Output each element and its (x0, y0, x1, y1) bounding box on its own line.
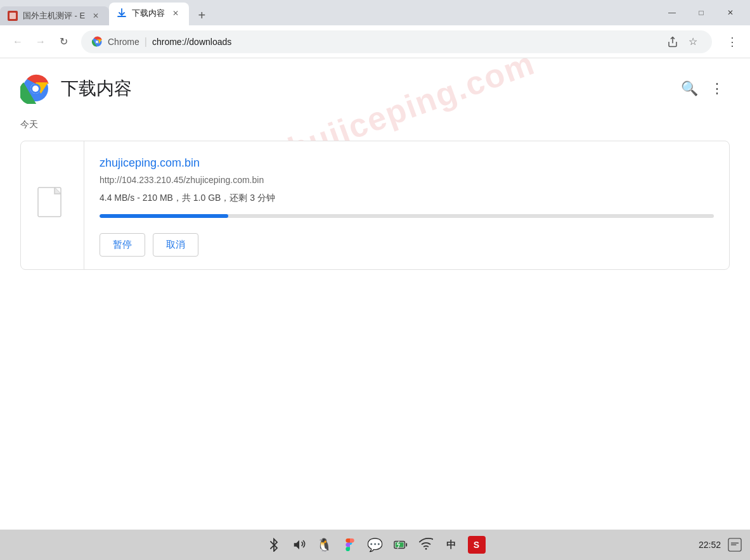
input-method-icon[interactable]: 中 (443, 536, 460, 554)
address-bar: ← → ↻ Chrome | chrome://downloads (0, 25, 750, 58)
back-button[interactable]: ← (8, 32, 28, 52)
pause-button[interactable]: 暂停 (100, 233, 145, 257)
download-url: http://104.233.210.45/zhujiceping.com.bi… (100, 175, 714, 185)
new-tab-button[interactable]: + (191, 5, 212, 25)
volume-icon[interactable] (290, 536, 308, 554)
notification-icon[interactable] (727, 537, 742, 552)
cancel-button[interactable]: 取消 (153, 233, 198, 257)
browser-menu-button[interactable]: ⋮ (722, 32, 742, 52)
taskbar-center: 🐧 💬 (265, 536, 486, 554)
bluetooth-icon[interactable] (265, 536, 283, 554)
url-separator: | (145, 36, 147, 48)
tab-active[interactable]: 下载内容 ✕ (109, 3, 189, 25)
title-bar: 国外主机测评 - E ✕ 下载内容 ✕ + — □ ✕ (0, 0, 750, 25)
progress-bar-fill (100, 214, 228, 218)
sougou-icon[interactable]: S (468, 536, 486, 554)
download-filename[interactable]: zhujiceping.com.bin (100, 156, 714, 170)
chrome-icon (91, 36, 103, 48)
page-menu-button[interactable]: ⋮ (704, 76, 730, 101)
page-header: 下载内容 🔍 ⋮ (0, 58, 750, 114)
figma-icon[interactable] (341, 536, 359, 554)
tab-inactive-favicon (8, 11, 18, 21)
share-button[interactable] (664, 33, 682, 51)
download-file-icon (21, 141, 84, 269)
wechat-icon[interactable]: 💬 (366, 536, 384, 554)
url-brand-label: Chrome (108, 37, 139, 47)
tab-inactive-title: 国外主机测评 - E (23, 10, 85, 22)
tabs-area: 国外主机测评 - E ✕ 下载内容 ✕ + (0, 0, 657, 25)
file-svg-icon (37, 186, 68, 224)
tab-active-close[interactable]: ✕ (170, 8, 181, 19)
close-button[interactable]: ✕ (716, 0, 745, 25)
progress-bar-container (100, 214, 714, 218)
url-bar[interactable]: Chrome | chrome://downloads ☆ (81, 30, 712, 53)
svg-point-2 (96, 41, 98, 43)
chrome-logo (20, 73, 51, 104)
page-title: 下载内容 (61, 77, 132, 101)
section-today-label: 今天 (0, 114, 750, 136)
taskbar-time: 22:52 (699, 540, 721, 550)
taskbar: 🐧 💬 (0, 530, 750, 560)
tab-active-favicon (117, 8, 127, 18)
refresh-button[interactable]: ↻ (53, 32, 74, 52)
download-info: zhujiceping.com.bin http://104.233.210.4… (84, 141, 729, 269)
search-icon: 🔍 (681, 80, 698, 97)
download-status: 4.4 MB/s - 210 MB，共 1.0 GB，还剩 3 分钟 (100, 193, 714, 204)
forward-button[interactable]: → (30, 32, 51, 52)
download-card: zhujiceping.com.bin http://104.233.210.4… (20, 141, 730, 270)
maximize-button[interactable]: □ (687, 0, 716, 25)
more-icon: ⋮ (710, 80, 724, 97)
bookmark-button[interactable]: ☆ (684, 33, 702, 51)
battery-icon[interactable] (392, 536, 410, 554)
page-header-actions: 🔍 ⋮ (676, 76, 730, 101)
qq-icon[interactable]: 🐧 (316, 536, 333, 554)
minimize-button[interactable]: — (657, 0, 687, 25)
url-action-icons: ☆ (664, 33, 702, 51)
main-content: zhujiceping.com 下载内容 🔍 ⋮ 今天 (0, 58, 750, 530)
window-controls: — □ ✕ (657, 0, 750, 25)
svg-point-9 (425, 548, 427, 550)
taskbar-right: 22:52 (493, 537, 743, 552)
url-path: chrome://downloads (152, 37, 231, 47)
search-button[interactable]: 🔍 (676, 76, 702, 101)
tab-inactive-close[interactable]: ✕ (90, 10, 101, 22)
tab-inactive[interactable]: 国外主机测评 - E ✕ (0, 6, 109, 25)
svg-point-5 (32, 86, 39, 92)
tab-active-title: 下载内容 (132, 8, 165, 19)
wifi-icon[interactable] (417, 536, 435, 554)
download-actions: 暂停 取消 (100, 233, 714, 257)
